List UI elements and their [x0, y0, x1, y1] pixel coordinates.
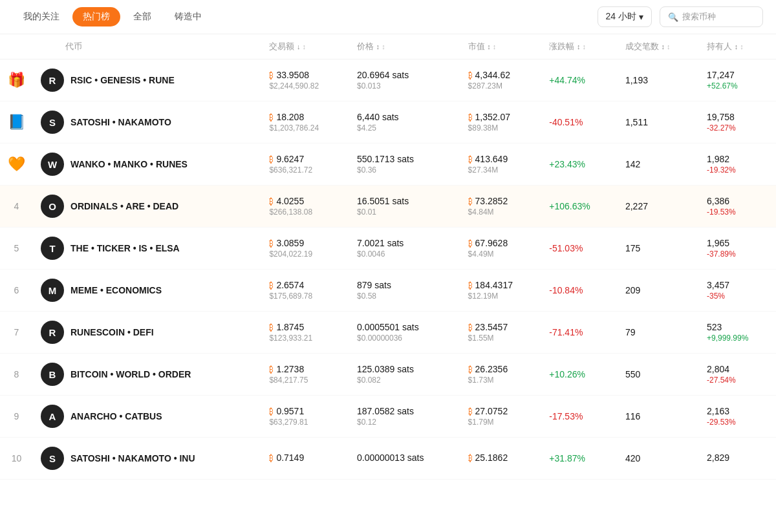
marketcap-main: ₿ 67.9628 — [468, 238, 534, 248]
time-selector[interactable]: 24 小时 ▾ — [598, 6, 652, 27]
trades-cell: 142 — [618, 144, 699, 186]
trades-cell: 175 — [618, 228, 699, 270]
btc-icon-mc: ₿ — [468, 407, 473, 416]
th-change[interactable]: 涨跌幅 ↕ — [541, 34, 618, 59]
marketcap-cell: ₿ 27.0752 $1.79M — [460, 396, 542, 438]
btc-icon: ₿ — [269, 197, 274, 206]
holders-sub: -37.89% — [707, 250, 768, 259]
marketcap-sub: $89.38M — [468, 123, 534, 133]
price-main: 7.0021 sats — [357, 238, 453, 248]
volume-sub: $204,022.19 — [269, 250, 341, 259]
btc-icon-mc: ₿ — [468, 281, 473, 290]
price-sub: $0.0046 — [357, 250, 453, 259]
btc-icon-mc: ₿ — [468, 323, 473, 332]
th-volume[interactable]: 交易额 ↓ — [261, 34, 349, 59]
change-cell: -71.41% — [541, 312, 618, 354]
rank-cell: 📘 — [0, 101, 33, 144]
price-sub: $0.01 — [357, 207, 453, 217]
btc-icon-mc: ₿ — [468, 239, 473, 248]
change-value: +44.74% — [549, 75, 585, 85]
table-row: 4 O ORDINALS • ARE • DEAD ₿ 4.0255 $266,… — [0, 186, 776, 228]
change-cell: +106.63% — [541, 186, 618, 228]
volume-cell: ₿ 4.0255 $266,138.08 — [261, 186, 349, 228]
tab-minting[interactable]: 铸造中 — [164, 7, 212, 27]
trades-cell: 1,193 — [618, 59, 699, 101]
coin-name: SATOSHI • NAKAMOTO — [70, 117, 171, 127]
table-row: 10 S SATOSHI • NAKAMOTO • INU ₿ 0.7149 0… — [0, 438, 776, 480]
holders-sub: -32.27% — [707, 123, 768, 133]
price-main: 550.1713 sats — [357, 154, 453, 164]
table-row: 8 B BITCOIN • WORLD • ORDER ₿ 1.2738 $84… — [0, 354, 776, 396]
marketcap-cell: ₿ 23.5457 $1.55M — [460, 312, 542, 354]
trades-value: 175 — [625, 243, 640, 253]
trades-cell: 550 — [618, 354, 699, 396]
th-holders[interactable]: 持有人 ↕ — [699, 34, 776, 59]
marketcap-sub: $1.55M — [468, 334, 534, 343]
th-marketcap[interactable]: 市值 ↕ — [460, 34, 542, 59]
table-row: 9 A ANARCHO • CATBUS ₿ 0.9571 $63,279.81… — [0, 396, 776, 438]
btc-icon: ₿ — [269, 154, 274, 164]
trades-cell: 79 — [618, 312, 699, 354]
volume-main: ₿ 3.0859 — [269, 238, 341, 248]
rank-cell: 10 — [0, 438, 33, 480]
trades-value: 1,511 — [625, 117, 648, 127]
trades-value: 79 — [625, 327, 636, 337]
price-main: 879 sats — [357, 280, 453, 290]
coin-cell: O ORDINALS • ARE • DEAD — [33, 186, 261, 228]
btc-icon-mc: ₿ — [468, 453, 473, 463]
marketcap-sub: $4.84M — [468, 207, 534, 217]
volume-cell: ₿ 1.2738 $84,217.75 — [261, 354, 349, 396]
change-value: -51.03% — [549, 243, 583, 253]
time-selector-label: 24 小时 — [606, 11, 636, 23]
coin-cell: T THE • TICKER • IS • ELSA — [33, 228, 261, 270]
marketcap-main: ₿ 23.5457 — [468, 322, 534, 332]
volume-main: ₿ 0.7149 — [269, 452, 341, 463]
marketcap-cell: ₿ 184.4317 $12.19M — [460, 270, 542, 312]
volume-main: ₿ 33.9508 — [269, 70, 341, 80]
holders-sub: -29.53% — [707, 418, 768, 427]
holders-main: 19,758 — [707, 112, 768, 122]
volume-main: ₿ 4.0255 — [269, 196, 341, 206]
change-cell: -10.84% — [541, 270, 618, 312]
tab-all[interactable]: 全部 — [123, 7, 162, 27]
volume-sub: $1,203,786.24 — [269, 123, 341, 133]
price-sub: $0.082 — [357, 376, 453, 385]
price-main: 187.0582 sats — [357, 406, 453, 416]
price-cell: 125.0389 sats $0.082 — [349, 354, 460, 396]
btc-icon: ₿ — [269, 323, 274, 332]
change-cell: +23.43% — [541, 144, 618, 186]
holders-cell: 1,965 -37.89% — [699, 228, 776, 270]
volume-sub: $266,138.08 — [269, 207, 341, 217]
holders-cell: 523 +9,999.99% — [699, 312, 776, 354]
marketcap-sub: $287.23M — [468, 81, 534, 90]
marketcap-main: ₿ 26.2356 — [468, 364, 534, 374]
volume-cell: ₿ 3.0859 $204,022.19 — [261, 228, 349, 270]
price-cell: 20.6964 sats $0.013 — [349, 59, 460, 101]
holders-sub: +9,999.99% — [707, 334, 768, 343]
coin-name: MEME • ECONOMICS — [70, 285, 162, 295]
top-nav: 我的关注 热门榜 全部 铸造中 24 小时 ▾ 🔍 搜索币种 — [0, 0, 776, 34]
rank-icon: 📘 — [8, 114, 25, 130]
tab-hot[interactable]: 热门榜 — [72, 7, 120, 27]
marketcap-cell: ₿ 4,344.62 $287.23M — [460, 59, 542, 101]
avatar: M — [41, 279, 64, 302]
search-box[interactable]: 🔍 搜索币种 — [660, 6, 763, 27]
tab-watchlist[interactable]: 我的关注 — [13, 7, 70, 27]
holders-main: 2,804 — [707, 364, 768, 374]
volume-main: ₿ 18.208 — [269, 112, 341, 122]
change-cell: +10.26% — [541, 354, 618, 396]
th-price[interactable]: 价格 ↕ — [349, 34, 460, 59]
holders-sub: -19.53% — [707, 207, 768, 217]
marketcap-cell: ₿ 67.9628 $4.49M — [460, 228, 542, 270]
holders-cell: 1,982 -19.32% — [699, 144, 776, 186]
rank-cell: 6 — [0, 270, 33, 312]
btc-icon: ₿ — [269, 407, 274, 416]
volume-cell: ₿ 2.6574 $175,689.78 — [261, 270, 349, 312]
table-row: 6 M MEME • ECONOMICS ₿ 2.6574 $175,689.7… — [0, 270, 776, 312]
search-placeholder: 搜索币种 — [682, 11, 716, 23]
th-trades[interactable]: 成交笔数 ↕ — [618, 34, 699, 59]
trades-cell: 209 — [618, 270, 699, 312]
volume-sub: $175,689.78 — [269, 292, 341, 301]
price-sub: $0.36 — [357, 165, 453, 175]
price-sub: $0.12 — [357, 418, 453, 427]
